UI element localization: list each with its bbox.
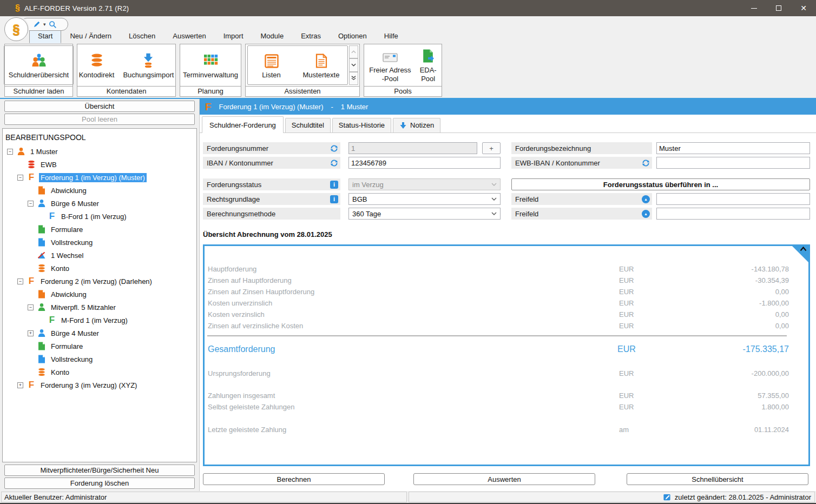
auswerten-button[interactable]: Auswerten [413, 473, 595, 485]
tab-notizen[interactable]: Notizen [393, 118, 440, 132]
envelope-icon [383, 47, 398, 63]
buchungsimport-button[interactable]: Buchungsimport [119, 44, 178, 86]
menu-tab-start[interactable]: Start [29, 29, 61, 43]
mitverpflichteter-neu-button[interactable]: Mitverpflichteter/Bürge/Sicherheit Neu [4, 465, 195, 476]
collapse-expander-icon[interactable]: − [17, 175, 23, 181]
forderung-loeschen-button[interactable]: Forderung löschen [4, 478, 195, 489]
berechnen-button[interactable]: Berechnen [203, 473, 385, 485]
forderungsnummer-input[interactable] [348, 142, 477, 154]
collapse-expander-icon[interactable]: − [7, 149, 13, 155]
menu-tab-hilfe[interactable]: Hilfe [376, 29, 407, 43]
tree-item[interactable]: F M-Ford 1 (im Verzug) [3, 314, 196, 327]
scroll-down-icon[interactable] [349, 58, 358, 71]
tree-item[interactable]: Vollstreckung [3, 236, 196, 249]
menu-tab-neu-aendern[interactable]: Neu / Ändern [61, 29, 120, 43]
refresh-icon[interactable] [642, 159, 650, 167]
refresh-icon[interactable] [330, 159, 338, 167]
collapse-expander-icon[interactable]: − [17, 278, 23, 284]
menu-tab-loeschen[interactable]: Löschen [120, 29, 164, 43]
schuldneruebersicht-button[interactable]: Schuldnerübersicht [4, 45, 74, 85]
menu-tab-extras[interactable]: Extras [292, 29, 330, 43]
tab-schuldner-forderung[interactable]: Schuldner-Forderung [202, 116, 284, 133]
collapse-expander-icon[interactable]: − [28, 201, 34, 207]
collapse-chevron-icon [800, 247, 807, 251]
maximize-button[interactable] [766, 0, 791, 16]
listen-button[interactable]: Listen [248, 46, 295, 84]
uebersicht-button[interactable]: Übersicht [4, 101, 195, 112]
up-circle-icon[interactable]: ▲ [642, 195, 650, 203]
eda-pool-button[interactable]: EDA-Pool [416, 44, 441, 86]
refresh-icon[interactable] [330, 144, 338, 152]
schnelluebersicht-button[interactable]: Schnellübersicht [627, 473, 808, 485]
up-circle-icon[interactable]: ▲ [642, 210, 650, 218]
close-button[interactable]: ✕ [791, 0, 816, 16]
app-logo-icon: § [15, 3, 20, 13]
forderung-icon: F [205, 101, 212, 113]
tree-item[interactable]: + F Forderung 3 (im Verzug) (XYZ) [3, 379, 196, 392]
tree-item[interactable]: F B-Ford 1 (im Verzug) [3, 210, 196, 223]
freifeld-1-input[interactable] [656, 193, 810, 205]
menu-tab-module[interactable]: Module [252, 29, 293, 43]
tree-item[interactable]: + Bürge 4 Muster [3, 327, 196, 340]
tree-item[interactable]: − Mitverpfl. 5 Mitzahler [3, 301, 196, 314]
add-forderungsnummer-button[interactable]: + [482, 142, 501, 154]
close-icon: ✕ [800, 4, 807, 12]
form-row-status-transfer: Forderungsstatus überführen in ... [511, 178, 810, 190]
tree-item[interactable]: 1 Wechsel [3, 249, 196, 262]
tree-item[interactable]: − 1 Muster [3, 145, 196, 158]
tree-item[interactable]: Vollstreckung [3, 353, 196, 366]
document-orange-icon [37, 186, 47, 195]
tree-item-selected[interactable]: − F Forderung 1 (im Verzug) (Muster) [3, 171, 196, 184]
mustertexte-button[interactable]: Mustertexte [295, 46, 347, 84]
menu-tab-optionen[interactable]: Optionen [330, 29, 376, 43]
document-green-icon [37, 342, 47, 350]
terminverwaltung-button[interactable]: Terminverwaltung [179, 44, 242, 86]
gesamtforderung-row: GesamtforderungEUR-175.335,17 [205, 343, 808, 356]
search-icon[interactable] [49, 21, 57, 29]
info-icon[interactable]: i [330, 195, 338, 203]
tree-item[interactable]: EWB [3, 158, 196, 171]
tab-schuldtitel[interactable]: Schuldtitel [285, 118, 331, 132]
iban-input[interactable] [348, 157, 501, 169]
forderungsbezeichnung-input[interactable] [656, 142, 810, 154]
tree-item[interactable]: Konto [3, 262, 196, 275]
tree-item[interactable]: Abwicklung [3, 184, 196, 197]
pool-leeren-button[interactable]: Pool leeren [4, 114, 195, 125]
chevron-down-icon[interactable]: ▾ [43, 22, 46, 27]
rechtsgrundlage-label: Rechtsgrundlage i [203, 193, 340, 205]
tab-status-historie[interactable]: Status-Historie [332, 118, 391, 132]
chevron-down-icon [491, 212, 497, 215]
freifeld-2-label: Freifeld ▲ [511, 208, 652, 220]
claim-title: Forderung 1 (im Verzug) (Muster) [219, 103, 324, 111]
maximize-icon [776, 5, 781, 11]
expand-expander-icon[interactable]: + [28, 330, 34, 336]
tree-item[interactable]: − Bürge 6 Muster [3, 197, 196, 210]
ewb-iban-input[interactable] [656, 157, 810, 169]
forderung-icon: F [47, 212, 57, 221]
info-icon[interactable]: i [330, 181, 338, 189]
menu-tab-auswerten[interactable]: Auswerten [164, 29, 214, 43]
zahlungen-row: Selbst geleistete ZahlungenEUR1.800,00 [205, 401, 808, 413]
tree-item[interactable]: − F Forderung 2 (im Verzug) (Darlehen) [3, 275, 196, 288]
forderungsstatus-ueberfuehren-button[interactable]: Forderungsstatus überführen in ... [511, 178, 810, 190]
ribbon-group-assistenten: Listen Mustertexte [245, 44, 360, 97]
kontodirekt-button[interactable]: Kontodirekt [75, 44, 119, 86]
freifeld-2-input[interactable] [656, 208, 810, 220]
freier-adress-pool-button[interactable]: Freier Adress-Pool [365, 44, 415, 86]
tree-item[interactable]: Konto [3, 366, 196, 379]
mustertexte-label: Mustertexte [303, 71, 340, 79]
edit-icon[interactable] [33, 21, 41, 28]
collapse-expander-icon[interactable]: − [28, 304, 34, 310]
scroll-more-icon[interactable] [349, 72, 358, 85]
tree-item[interactable]: Formulare [3, 340, 196, 353]
rechtsgrundlage-select[interactable]: BGB [348, 193, 501, 205]
berechnungsmethode-select[interactable]: 360 Tage [348, 208, 501, 220]
expand-expander-icon[interactable]: + [17, 382, 23, 388]
tree-item[interactable]: Abwicklung [3, 288, 196, 301]
menu-tab-import[interactable]: Import [215, 29, 252, 43]
minimize-button[interactable] [741, 0, 766, 16]
forderungsstatus-select[interactable]: im Verzug [348, 178, 501, 190]
scroll-up-icon[interactable] [349, 45, 358, 58]
tree-item[interactable]: Formulare [3, 223, 196, 236]
application-menu-button[interactable]: § [4, 17, 28, 41]
